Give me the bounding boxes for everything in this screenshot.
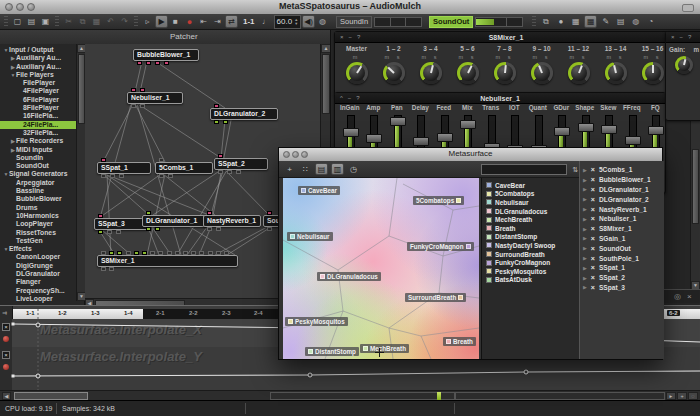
interpolation-crosshair[interactable] <box>375 348 384 357</box>
patch-port-dark[interactable] <box>199 251 204 255</box>
patch-port-pink[interactable] <box>98 214 103 218</box>
toolbar-handle[interactable] <box>55 16 59 28</box>
snapshot-list-item[interactable]: MechBreath <box>482 215 579 224</box>
exclude-icon[interactable]: × <box>591 186 595 193</box>
tree-item[interactable]: Drums <box>0 204 84 212</box>
slider-handle[interactable] <box>437 133 453 142</box>
tree-item[interactable]: 32FilePla... <box>0 129 84 137</box>
contraption-list-item[interactable]: ▶ × SGain_1 <box>580 234 664 244</box>
tree-item[interactable]: SoundIn <box>0 154 84 162</box>
tree-item[interactable]: Arpeggiator <box>0 179 84 187</box>
patch-port-dark[interactable] <box>101 174 106 178</box>
expand-triangle-icon[interactable]: ▶ <box>583 235 587 241</box>
expand-triangle-icon[interactable]: ▶ <box>583 196 587 202</box>
snapshot-surface-label[interactable]: Nebulisaur <box>287 232 333 241</box>
snapshot-surface-label[interactable]: MechBreath <box>360 344 409 353</box>
tree-item[interactable]: SoundOut <box>0 162 84 170</box>
clip-library-icon[interactable]: ◍ <box>629 15 642 28</box>
cut-icon[interactable]: ✂ <box>62 15 75 28</box>
history-clock-icon[interactable]: ◷ <box>347 163 360 175</box>
mute-solo-labels[interactable]: m s <box>597 54 634 61</box>
exclude-icon[interactable]: × <box>591 235 595 242</box>
patch-port-dark[interactable] <box>208 251 213 255</box>
paste-icon[interactable]: ▦ <box>90 15 103 28</box>
patch-port-green[interactable] <box>214 120 219 124</box>
snapshot-list-item[interactable]: FunkyCroMagnon <box>482 258 579 267</box>
patch-port-dark[interactable] <box>159 158 164 162</box>
patch-port-dark[interactable] <box>183 251 188 255</box>
rewind-button[interactable]: ⇤ <box>197 15 210 28</box>
contraption-list-item[interactable]: ▶ × SouthPole_1 <box>580 253 664 263</box>
expand-triangle-icon[interactable]: ▶ <box>583 226 587 232</box>
mixer-panel-header[interactable]: × − ? S8Mixer_1 <box>335 32 677 43</box>
tree-item[interactable]: 16FilePla... <box>0 112 84 120</box>
patch-node[interactable]: DLGranulator_1 <box>142 215 208 227</box>
patch-port-dark[interactable] <box>207 227 212 231</box>
metronome-icon[interactable]: ♩ <box>260 15 273 28</box>
channel-gain-knob[interactable] <box>346 62 368 84</box>
patch-node[interactable]: BubbleBlower_1 <box>133 49 199 61</box>
close-panel-icon[interactable]: × <box>687 292 692 301</box>
new-file-icon[interactable]: ▢ <box>11 15 24 28</box>
tempo-field[interactable]: 60.0 ▲▼ <box>274 15 302 29</box>
exclude-icon[interactable]: × <box>591 264 595 271</box>
gain-knob[interactable] <box>675 56 693 74</box>
slider-handle[interactable] <box>366 134 382 143</box>
tree-item[interactable]: LiveLooper <box>0 295 84 303</box>
tree-item[interactable]: Flanger <box>0 278 84 286</box>
expand-triangle-icon[interactable]: ▶ <box>583 265 587 271</box>
monitor-icon[interactable]: ◍ <box>316 15 329 28</box>
nebuliser-panel-header[interactable]: ^ − ? Nebuliser_1 <box>335 93 665 104</box>
patch-port-dark[interactable] <box>119 174 124 178</box>
snapshot-list-item[interactable]: BatsAtDusk <box>482 276 579 285</box>
patch-port-pink[interactable] <box>101 158 106 162</box>
about-icon[interactable]: ◔ <box>644 15 657 28</box>
zoom-small-icon[interactable]: ◌ <box>688 392 698 400</box>
open-file-icon[interactable]: ▤ <box>25 15 38 28</box>
speaker-icon[interactable]: ◀) <box>302 15 315 28</box>
soundout-meter[interactable]: SoundOut <box>429 16 523 28</box>
patch-port-pink[interactable] <box>137 61 142 65</box>
slider-handle[interactable] <box>578 123 594 132</box>
patch-port-dark[interactable] <box>168 174 173 178</box>
tempo-spinner[interactable]: ▲▼ <box>294 18 298 26</box>
exclude-icon[interactable]: × <box>591 255 595 262</box>
slider-handle[interactable] <box>343 128 359 137</box>
snapshot-surface-label[interactable]: 5Combatops <box>413 196 464 205</box>
patch-port-green[interactable] <box>142 251 147 255</box>
patch-node[interactable]: SSpat_1 <box>97 162 151 174</box>
patch-port-pink[interactable] <box>218 154 223 158</box>
toolbar-handle[interactable] <box>134 16 138 28</box>
soundin-meter[interactable]: SoundIn <box>336 16 422 28</box>
exclude-icon[interactable]: × <box>591 284 595 291</box>
patch-port-green[interactable] <box>146 211 151 215</box>
snapshot-surface-label[interactable]: DistantStomp <box>305 347 359 356</box>
patch-port-green[interactable] <box>109 251 114 255</box>
tree-item[interactable]: ▶ MIDI Inputs <box>0 146 84 154</box>
patch-port-pink[interactable] <box>214 104 219 108</box>
mute-solo-labels[interactable]: m s <box>449 54 486 61</box>
contraption-list-item[interactable]: ▶ × DLGranulator_1 <box>580 185 664 195</box>
patch-node[interactable]: 5Combs_1 <box>155 162 213 174</box>
toolbar-handle[interactable] <box>4 16 8 28</box>
toolbar-handle[interactable] <box>532 16 536 28</box>
grid-view-icon[interactable]: ∷ <box>299 163 312 175</box>
patch-port-pink[interactable] <box>146 61 151 65</box>
contraption-list-item[interactable]: ▶ × Nebuliser_1 <box>580 214 664 224</box>
loop-button[interactable]: ⇄ <box>225 15 238 28</box>
patch-node[interactable]: SSpat_2 <box>214 158 268 170</box>
snapshot-surface-label[interactable]: PeskyMosquitos <box>285 317 348 326</box>
dock-scroll-thumb[interactable] <box>692 149 699 224</box>
target-icon[interactable]: ◎ <box>674 292 681 301</box>
gain-mono-label[interactable]: m <box>693 46 699 53</box>
patch-node[interactable]: SSpat_3 <box>94 218 148 230</box>
automation-menu-icon[interactable]: ⇉ <box>2 309 7 316</box>
minimize-panel-icon[interactable]: − <box>680 34 684 40</box>
contraption-list-item[interactable]: ▶ × 5Combs_1 <box>580 165 664 175</box>
patch-port-dark[interactable] <box>224 251 229 255</box>
snapshot-list-item[interactable]: SurroundBreath <box>482 250 579 259</box>
patch-port-green[interactable] <box>155 227 160 231</box>
channel-gain-knob[interactable] <box>605 62 627 84</box>
snapshot-surface-label[interactable]: SurroundBreath <box>405 293 466 302</box>
soundout-track[interactable] <box>475 17 523 27</box>
